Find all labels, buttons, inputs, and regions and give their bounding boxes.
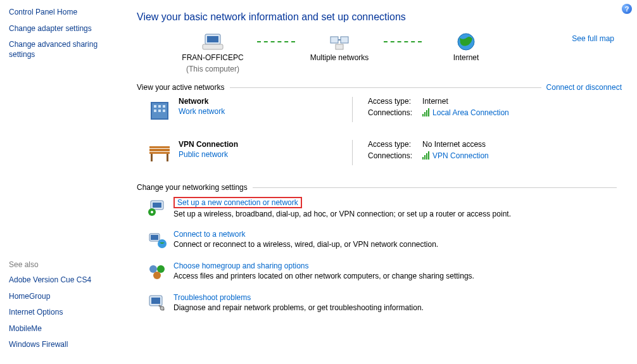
access-type-value: Internet <box>422 97 509 106</box>
svg-rect-29 <box>428 151 429 160</box>
divider <box>253 187 617 188</box>
setup-connection-icon <box>147 197 167 217</box>
sidebar-see-also: See also Adobe Version Cue CS4 HomeGroup… <box>9 260 124 356</box>
help-icon[interactable]: ? <box>622 4 632 14</box>
settings-list: Set up a new connection or network Set u… <box>137 197 622 313</box>
map-node-internet-name: Internet <box>453 53 479 63</box>
globe-icon <box>456 32 476 52</box>
svg-rect-34 <box>151 211 153 213</box>
divider <box>352 97 353 122</box>
svg-rect-20 <box>428 108 429 116</box>
svg-rect-25 <box>149 146 170 148</box>
divider <box>352 140 353 165</box>
svg-rect-36 <box>151 235 158 240</box>
setting-setup-connection: Set up a new connection or network Set u… <box>147 197 622 218</box>
svg-rect-3 <box>331 37 338 43</box>
office-building-icon <box>147 97 172 122</box>
svg-rect-23 <box>151 154 153 161</box>
sidebar-link-mobileme[interactable]: MobileMe <box>9 324 124 334</box>
connection-link-lan[interactable]: Local Area Connection <box>422 108 509 117</box>
connect-network-icon <box>147 230 167 250</box>
sidebar-link-change-adapter[interactable]: Change adapter settings <box>9 24 124 34</box>
svg-rect-16 <box>163 110 165 112</box>
map-node-internet: Internet <box>422 32 510 63</box>
svg-rect-31 <box>153 203 161 208</box>
access-type-label: Access type: <box>368 140 412 149</box>
network-map: FRAN-OFFICEPC (This computer) Multiple n… <box>137 32 622 74</box>
signal-icon <box>422 108 430 117</box>
sidebar-link-windows-firewall[interactable]: Windows Firewall <box>9 340 124 350</box>
map-node-multiple-networks: Multiple networks <box>295 32 384 63</box>
sidebar-link-adobe-version-cue[interactable]: Adobe Version Cue CS4 <box>9 275 124 286</box>
active-networks-header: View your active networks Connect or dis… <box>137 83 622 92</box>
main-panel: ? View your basic network information an… <box>133 0 637 364</box>
connect-network-desc: Connect or reconnect to a wireless, wire… <box>173 240 438 249</box>
setting-troubleshoot: Troubleshoot problems Diagnose and repai… <box>147 293 622 313</box>
troubleshoot-desc: Diagnose and repair network problems, or… <box>173 303 424 312</box>
network-row-vpn: VPN Connection Public network Access typ… <box>137 140 622 165</box>
network-row-work: Network Work network Access type: Intern… <box>137 97 622 122</box>
setting-homegroup: Choose homegroup and sharing options Acc… <box>147 261 622 282</box>
svg-point-43 <box>160 306 164 310</box>
computer-icon <box>201 32 224 52</box>
svg-rect-15 <box>158 110 161 112</box>
map-node-computer-sub: (This computer) <box>186 65 239 75</box>
connect-disconnect-link[interactable]: Connect or disconnect <box>546 83 622 92</box>
connection-link-vpn[interactable]: VPN Connection <box>422 151 489 160</box>
sidebar-link-control-panel-home[interactable]: Control Panel Home <box>9 8 124 18</box>
sidebar-top-links: Control Panel Home Change adapter settin… <box>9 8 124 66</box>
homegroup-icon <box>147 261 167 282</box>
svg-rect-13 <box>163 105 165 108</box>
network-type-link[interactable]: Public network <box>179 150 228 159</box>
access-type-label: Access type: <box>368 97 412 106</box>
svg-rect-24 <box>167 154 168 161</box>
svg-rect-42 <box>151 298 160 304</box>
change-settings-label: Change your networking settings <box>137 183 248 192</box>
svg-point-40 <box>153 272 161 279</box>
connections-label: Connections: <box>368 151 412 160</box>
map-node-this-computer: FRAN-OFFICEPC (This computer) <box>168 32 257 74</box>
access-type-value: No Internet access <box>422 140 489 149</box>
network-type-link[interactable]: Work network <box>179 107 225 116</box>
troubleshoot-link[interactable]: Troubleshoot problems <box>173 293 251 302</box>
see-full-map-link[interactable]: See full map <box>572 34 614 43</box>
svg-rect-26 <box>422 157 424 160</box>
troubleshoot-icon <box>147 293 167 313</box>
network-name: VPN Connection <box>179 140 238 149</box>
park-bench-icon <box>147 140 172 165</box>
svg-rect-6 <box>336 44 343 49</box>
network-name: Network <box>179 97 225 106</box>
svg-rect-27 <box>424 155 426 160</box>
svg-rect-17 <box>422 114 424 116</box>
connection-name: VPN Connection <box>432 151 489 160</box>
svg-rect-11 <box>154 105 156 108</box>
networks-icon <box>328 32 351 52</box>
svg-rect-14 <box>154 110 156 112</box>
setting-connect-network: Connect to a network Connect or reconnec… <box>147 230 622 250</box>
svg-rect-1 <box>207 36 218 42</box>
svg-point-39 <box>157 265 165 273</box>
setup-connection-link[interactable]: Set up a new connection or network <box>177 198 298 207</box>
connect-network-link[interactable]: Connect to a network <box>173 230 245 239</box>
highlight-box: Set up a new connection or network <box>173 197 302 208</box>
sidebar-link-homegroup[interactable]: HomeGroup <box>9 292 124 302</box>
connection-name: Local Area Connection <box>432 108 509 117</box>
map-node-networks-name: Multiple networks <box>310 53 369 63</box>
see-also-label: See also <box>9 260 124 269</box>
svg-point-38 <box>149 265 157 273</box>
map-link-2 <box>384 32 422 52</box>
svg-rect-28 <box>426 153 427 160</box>
svg-rect-18 <box>424 112 426 116</box>
sidebar-link-advanced-sharing[interactable]: Change advanced sharing settings <box>9 40 124 60</box>
svg-rect-19 <box>426 110 427 116</box>
connections-label: Connections: <box>368 108 412 117</box>
svg-rect-22 <box>149 152 170 154</box>
change-settings-header: Change your networking settings <box>137 183 622 192</box>
sidebar: Control Panel Home Change adapter settin… <box>0 0 133 364</box>
page-title: View your basic network information and … <box>137 11 622 23</box>
sidebar-link-internet-options[interactable]: Internet Options <box>9 308 124 318</box>
homegroup-link[interactable]: Choose homegroup and sharing options <box>173 261 308 270</box>
svg-rect-12 <box>158 105 161 108</box>
signal-icon <box>422 151 430 160</box>
svg-rect-4 <box>341 37 348 43</box>
